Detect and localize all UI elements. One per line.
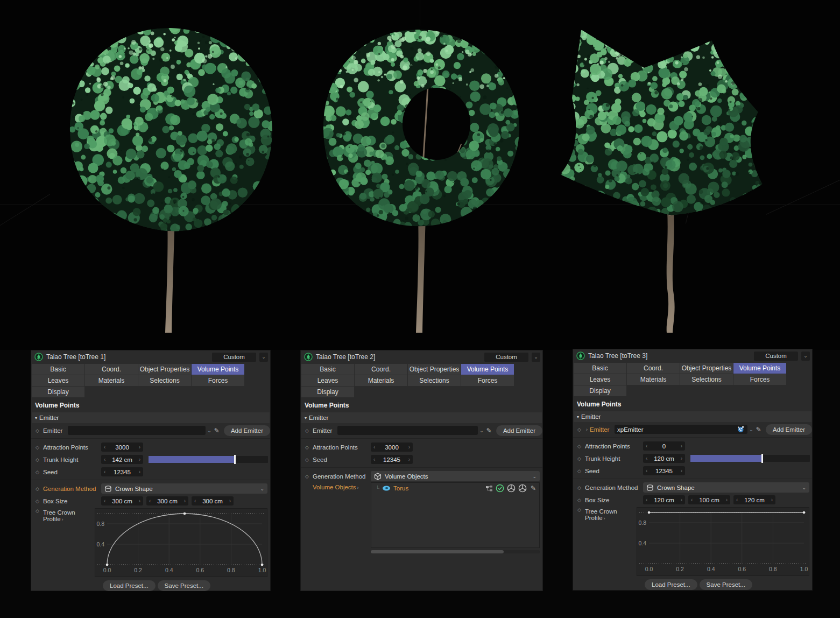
volume-objects-list[interactable]: └ Torus ✎ — [371, 482, 540, 548]
box-size-z-stepper[interactable]: ‹300 cm› — [192, 496, 234, 505]
pick-object-icon[interactable]: ✎ — [755, 426, 763, 433]
key-diamond-icon[interactable]: ◇ — [577, 456, 585, 461]
key-diamond-icon[interactable]: ◇ — [577, 427, 585, 432]
box-size-x-stepper[interactable]: ‹300 cm› — [101, 496, 143, 505]
tab-display[interactable]: Display — [574, 385, 626, 396]
load-preset-button[interactable]: Load Preset... — [103, 580, 156, 591]
tab-forces[interactable]: Forces — [192, 375, 244, 386]
torus-crown-tree[interactable] — [293, 0, 546, 345]
pick-object-icon[interactable]: ✎ — [213, 427, 221, 434]
tab-selections[interactable]: Selections — [138, 375, 191, 386]
add-emitter-button[interactable]: Add Emitter — [496, 425, 542, 436]
emitter-dropdown-chevron-icon[interactable]: ⌄ — [206, 428, 213, 433]
preset-dropdown[interactable]: Custom — [754, 352, 798, 361]
emitter-dropdown-chevron-icon[interactable]: ⌄ — [478, 428, 485, 433]
seed-stepper[interactable]: ‹12345› — [371, 455, 413, 464]
tab-coord[interactable]: Coord. — [85, 364, 138, 375]
key-diamond-icon[interactable]: ◇ — [36, 457, 43, 462]
attraction-points-stepper[interactable]: ‹3000› — [101, 443, 143, 452]
emitter-group-header[interactable]: ▾ Emitter — [574, 411, 811, 422]
tab-display[interactable]: Display — [32, 387, 84, 397]
tab-display[interactable]: Display — [301, 387, 354, 397]
object-hierarchy-icon[interactable] — [485, 485, 493, 492]
key-diamond-icon[interactable]: ◇ — [36, 445, 43, 450]
trunk-height-stepper[interactable]: ‹120 cm› — [643, 454, 685, 463]
preset-chevron-icon[interactable]: ⌄ — [532, 353, 540, 362]
tab-object-properties[interactable]: Object Properties — [138, 364, 191, 375]
enabled-check-icon[interactable] — [496, 484, 504, 493]
trunk-height-slider[interactable] — [149, 456, 268, 463]
tab-coord[interactable]: Coord. — [355, 364, 407, 375]
save-preset-button[interactable]: Save Preset... — [158, 580, 210, 591]
key-diamond-icon[interactable]: ◇ — [305, 445, 313, 450]
viewport-3d[interactable] — [0, 0, 840, 350]
emitter-group-header[interactable]: ▾ Emitter — [32, 412, 270, 423]
key-diamond-icon[interactable]: ◇ — [577, 468, 585, 474]
trunk-height-stepper[interactable]: ‹142 cm› — [101, 455, 143, 464]
pick-object-icon[interactable]: ✎ — [485, 427, 493, 434]
tab-materials[interactable]: Materials — [85, 375, 138, 386]
emitter-input[interactable]: xpEmitter — [615, 425, 747, 434]
tab-leaves[interactable]: Leaves — [301, 375, 354, 386]
editor-visibility-icon[interactable] — [507, 484, 516, 493]
key-diamond-icon[interactable]: ◇ — [305, 474, 313, 479]
attraction-points-stepper[interactable]: ‹3000› — [371, 443, 413, 452]
box-size-z-stepper[interactable]: ‹120 cm› — [733, 495, 775, 504]
sphere-crown-tree[interactable] — [46, 0, 299, 345]
emitter-input[interactable] — [337, 426, 478, 435]
key-diamond-icon[interactable]: ◇ — [577, 444, 585, 449]
crown-profile-curve[interactable]: 0.00.20.40.60.81.00.80.4 — [95, 508, 267, 577]
key-diamond-icon[interactable]: ◇ — [36, 469, 43, 475]
tab-leaves[interactable]: Leaves — [32, 375, 84, 386]
key-diamond-icon[interactable]: ◇ — [36, 428, 43, 433]
preset-chevron-icon[interactable]: ⌄ — [259, 353, 268, 362]
tab-object-properties[interactable]: Object Properties — [680, 363, 733, 374]
box-size-x-stepper[interactable]: ‹120 cm› — [643, 495, 685, 504]
tab-object-properties[interactable]: Object Properties — [408, 364, 461, 375]
tab-coord[interactable]: Coord. — [627, 363, 680, 374]
star-crown-tree[interactable] — [541, 0, 794, 345]
slider-handle[interactable] — [234, 455, 236, 464]
attraction-points-stepper[interactable]: ‹0› — [643, 441, 685, 451]
pick-object-icon[interactable]: ✎ — [530, 484, 537, 492]
tab-volume-points[interactable]: Volume Points — [461, 364, 514, 375]
load-preset-button[interactable]: Load Preset... — [645, 579, 697, 590]
preset-dropdown[interactable]: Custom — [212, 353, 256, 362]
tab-basic[interactable]: Basic — [301, 364, 354, 375]
slider-handle[interactable] — [761, 454, 763, 463]
list-item-torus[interactable]: └ Torus ✎ — [371, 483, 539, 494]
tab-materials[interactable]: Materials — [355, 375, 407, 386]
box-size-y-stepper[interactable]: ‹300 cm› — [146, 496, 188, 505]
generation-method-dropdown[interactable]: Crown Shape ⌄ — [643, 482, 809, 493]
key-diamond-icon[interactable]: ◇ — [305, 428, 313, 433]
tab-selections[interactable]: Selections — [680, 374, 733, 385]
trunk-height-slider[interactable] — [690, 455, 810, 462]
crown-profile-curve[interactable]: 0.00.20.40.60.81.00.80.4 — [637, 507, 809, 576]
expand-chevron-icon[interactable]: › — [586, 427, 588, 432]
scrollbar-thumb[interactable] — [371, 550, 504, 553]
tab-forces[interactable]: Forces — [461, 375, 514, 386]
tab-materials[interactable]: Materials — [627, 374, 680, 385]
key-diamond-icon[interactable]: ◇ — [577, 507, 585, 512]
key-diamond-icon[interactable]: ◇ — [577, 497, 585, 503]
key-diamond-icon[interactable]: ◇ — [305, 457, 313, 462]
preset-chevron-icon[interactable]: ⌄ — [801, 352, 810, 361]
generation-method-dropdown[interactable]: Crown Shape ⌄ — [101, 483, 267, 494]
tab-volume-points[interactable]: Volume Points — [733, 363, 786, 374]
emitter-group-header[interactable]: ▾ Emitter — [301, 412, 542, 423]
tab-volume-points[interactable]: Volume Points — [192, 364, 244, 375]
add-emitter-button[interactable]: Add Emitter — [224, 425, 270, 436]
tab-selections[interactable]: Selections — [408, 375, 461, 386]
key-diamond-icon[interactable]: ◇ — [36, 486, 43, 491]
emitter-dropdown-chevron-icon[interactable]: ⌄ — [747, 427, 755, 432]
add-emitter-button[interactable]: Add Emitter — [766, 424, 812, 435]
tab-basic[interactable]: Basic — [574, 363, 626, 374]
tab-forces[interactable]: Forces — [733, 374, 786, 385]
key-diamond-icon[interactable]: ◇ — [577, 485, 585, 490]
key-diamond-icon[interactable]: ◇ — [36, 498, 43, 504]
horizontal-scrollbar[interactable] — [371, 550, 540, 553]
preset-dropdown[interactable]: Custom — [484, 353, 528, 362]
box-size-y-stepper[interactable]: ‹100 cm› — [688, 495, 730, 504]
key-diamond-icon[interactable]: ◇ — [36, 508, 43, 514]
seed-stepper[interactable]: ‹12345› — [101, 467, 143, 476]
